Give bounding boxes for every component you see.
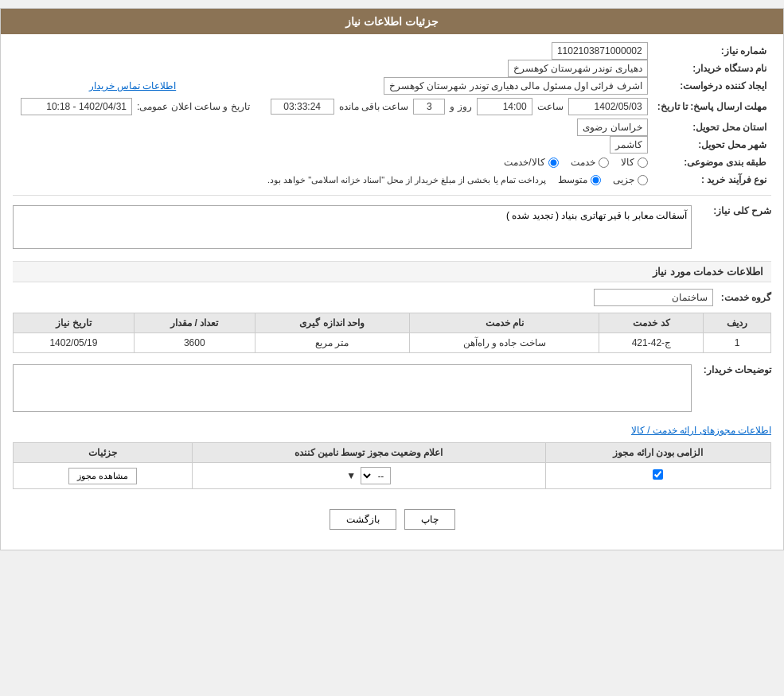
sharh-label: شرح کلی نیاز:	[700, 205, 771, 216]
license-status-group: -- ▼	[199, 467, 539, 484]
col-header-row: ردیف	[704, 313, 771, 333]
col-header-name: نام خدمت	[410, 313, 599, 333]
cell-code-1: ج-42-421	[599, 333, 704, 353]
buyer-org-label: نام دستگاه خریدار:	[653, 60, 771, 77]
col-header-unit: واحد اندازه گیری	[255, 313, 409, 333]
table-row: 1 ج-42-421 ساخت جاده و راه‌آهن متر مربع …	[14, 333, 771, 353]
process-jazei-label: جزیی	[613, 174, 634, 185]
process-note: پرداخت تمام یا بخشی از مبلغ خریدار از مح…	[267, 175, 546, 185]
main-content: شماره نیاز: 1102103871000002 نام دستگاه …	[1, 34, 783, 550]
buyer-desc-label: توضیحات خریدار:	[700, 364, 771, 375]
cell-unit-1: متر مربع	[255, 333, 409, 353]
category-label: طبقه بندی موضوعی:	[653, 154, 771, 171]
license-col-required: الزامی بودن ارائه مجوز	[545, 443, 770, 463]
license-status-cell: -- ▼	[192, 463, 545, 489]
order-number-label: شماره نیاز:	[653, 42, 771, 60]
view-license-button[interactable]: مشاهده مجوز	[68, 468, 137, 484]
buyer-org-field: دهیاری توندر شهرستان کوهسرخ	[508, 60, 648, 77]
province-field: خراسان رضوی	[577, 119, 647, 136]
services-section-title: اطلاعات خدمات مورد نیاز	[13, 261, 771, 282]
days-value: 3	[413, 99, 445, 115]
license-required-checkbox[interactable]	[653, 469, 663, 480]
category-khadamat-label: خدمت	[571, 157, 595, 168]
license-details-cell: مشاهده مجوز	[14, 463, 193, 489]
chevron-down-icon: ▼	[346, 470, 356, 481]
category-kala-khadamat-radio[interactable]	[548, 157, 559, 168]
countdown-value: 03:33:24	[271, 99, 334, 115]
order-number-field: 1102103871000002	[552, 42, 648, 60]
city-label: شهر محل تحویل:	[653, 136, 771, 154]
group-value: ساختمان	[594, 289, 713, 306]
creator-field: اشرف فرائی اول مسئول مالی دهیاری توندر ش…	[384, 77, 648, 95]
license-section: اطلاعات مجوزهای ارائه خدمت / کالا الزامی…	[13, 425, 771, 489]
city-field: کاشمر	[610, 136, 648, 154]
services-section: گروه خدمت: ساختمان ردیف کد خدمت نام خدمت…	[13, 289, 771, 417]
page-wrapper: جزئیات اطلاعات نیاز شماره نیاز: 11021038…	[0, 8, 784, 550]
license-col-details: جزئیات	[14, 443, 193, 463]
creator-label: ایجاد کننده درخواست:	[653, 77, 771, 95]
contact-link[interactable]: اطلاعات تماس خریدار	[89, 80, 177, 91]
category-group: کالا خدمت کالا/خدمت	[18, 157, 648, 168]
cell-date-1: 1402/05/19	[14, 333, 135, 353]
process-label: نوع فرآیند خرید :	[653, 171, 771, 189]
reply-deadline-row: 1402/05/03 ساعت 14:00 روز و 3 ساعت باقی …	[18, 98, 648, 115]
sharh-value	[13, 205, 692, 249]
cell-name-1: ساخت جاده و راه‌آهن	[410, 333, 599, 353]
reply-date-field: 1402/05/03	[568, 98, 648, 115]
category-khadamat-option[interactable]: خدمت	[571, 157, 609, 168]
col-header-code: کد خدمت	[599, 313, 704, 333]
col-header-date: تاریخ نیاز	[14, 313, 135, 333]
print-button[interactable]: چاپ	[404, 509, 455, 530]
remaining-label: ساعت باقی مانده	[339, 101, 409, 112]
category-kala-khadamat-option[interactable]: کالا/خدمت	[504, 157, 558, 168]
back-button[interactable]: بازگشت	[330, 509, 396, 530]
days-label: روز و	[450, 101, 471, 112]
col-header-qty: تعداد / مقدار	[134, 313, 255, 333]
creator-value: اشرف فرائی اول مسئول مالی دهیاری توندر ش…	[184, 77, 652, 95]
group-label: گروه خدمت:	[721, 292, 771, 303]
reply-time-label: ساعت	[537, 101, 564, 112]
sharh-input-area	[13, 205, 692, 251]
reply-time-field: 14:00	[477, 98, 532, 115]
divider-1	[13, 195, 771, 196]
license-link[interactable]: اطلاعات مجوزهای ارائه خدمت / کالا	[631, 425, 771, 436]
category-khadamat-radio[interactable]	[599, 157, 609, 168]
category-kala-khadamat-label: کالا/خدمت	[504, 157, 544, 168]
province-label: استان محل تحویل:	[653, 119, 771, 136]
info-table: شماره نیاز: 1102103871000002 نام دستگاه …	[13, 42, 771, 189]
buyer-org-value: دهیاری توندر شهرستان کوهسرخ	[13, 60, 653, 77]
page-title: جزئیات اطلاعات نیاز	[1, 9, 783, 34]
process-mottavaset-label: متوسط	[558, 174, 587, 185]
license-col-status: اعلام وضعیت مجوز توسط نامین کننده	[192, 443, 545, 463]
group-row: گروه خدمت: ساختمان	[13, 289, 771, 306]
cell-qty-1: 3600	[134, 333, 255, 353]
process-mottavaset-radio[interactable]	[591, 175, 601, 185]
announce-field: 1402/04/31 - 10:18	[21, 98, 132, 115]
buyer-desc-textarea[interactable]	[13, 364, 692, 412]
buyer-desc-row: توضیحات خریدار:	[13, 360, 771, 417]
license-required-cell	[545, 463, 770, 489]
category-kala-radio[interactable]	[638, 157, 648, 168]
announce-label: تاریخ و ساعت اعلان عمومی:	[137, 101, 250, 112]
cell-row-1: 1	[704, 333, 771, 353]
license-table: الزامی بودن ارائه مجوز اعلام وضعیت مجوز …	[13, 442, 771, 489]
sharh-row: شرح کلی نیاز:	[13, 200, 771, 256]
process-mottavaset-option[interactable]: متوسط	[558, 174, 601, 185]
process-row: جزیی متوسط پرداخت تمام یا بخشی از مبلغ خ…	[18, 174, 648, 185]
category-kala-label: کالا	[621, 157, 634, 168]
bottom-buttons: چاپ بازگشت	[13, 497, 771, 542]
services-table: ردیف کد خدمت نام خدمت واحد اندازه گیری ت…	[13, 313, 771, 353]
reply-deadline-label: مهلت ارسال پاسخ: تا تاریخ:	[653, 95, 771, 119]
license-row: -- ▼ مشاهده مجوز	[14, 463, 771, 489]
category-kala-option[interactable]: کالا	[621, 157, 648, 168]
process-jazei-radio[interactable]	[638, 175, 648, 185]
order-number-value: 1102103871000002	[184, 42, 652, 60]
license-status-select[interactable]: --	[361, 467, 391, 484]
process-jazei-option[interactable]: جزیی	[613, 174, 648, 185]
